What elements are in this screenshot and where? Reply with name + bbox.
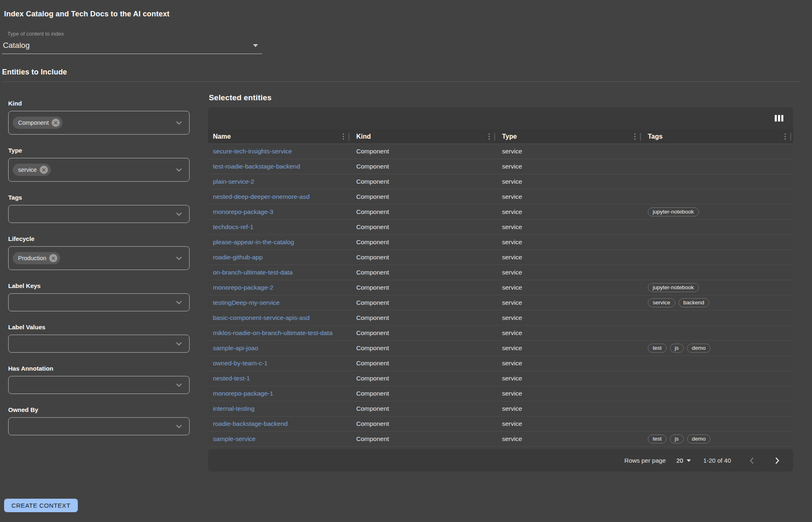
cell-kind: Component: [351, 299, 497, 306]
column-menu-icon[interactable]: [633, 133, 637, 141]
columns-icon[interactable]: [773, 113, 785, 123]
tag-chip: js: [670, 344, 684, 353]
entity-link[interactable]: owned-by-team-c-1: [213, 360, 268, 367]
cell-name: techdocs-ref-1: [208, 223, 351, 231]
cell-type: service: [497, 344, 643, 352]
entity-link[interactable]: testingDeep-my-service: [213, 299, 280, 306]
entity-link[interactable]: roadie-github-app: [213, 254, 263, 261]
cell-name: on-branch-ultimate-test-data: [208, 269, 351, 276]
table-rows: secure-tech-insights-service Component s…: [208, 144, 793, 447]
filter-label: Has Annotation: [8, 365, 190, 372]
entity-link[interactable]: nested-test-1: [213, 375, 250, 382]
remove-chip-icon[interactable]: ✕: [49, 254, 57, 262]
cell-type: service: [497, 390, 643, 397]
entity-link[interactable]: monorepo-package-1: [213, 390, 273, 397]
entity-link[interactable]: miklos-roadie-on-branch-ultimate-test-da…: [213, 329, 332, 336]
cell-tags: jupyter-notebook: [643, 283, 793, 292]
chip-label: Production: [18, 255, 46, 261]
filter-select-tags[interactable]: [8, 205, 190, 223]
chevron-down-icon: [174, 298, 183, 307]
filter-select-lifecycle[interactable]: Production ✕: [8, 246, 190, 270]
cell-name: basic-component-service-apis-asd: [208, 314, 351, 322]
cell-kind: Component: [351, 284, 497, 291]
filter-label: Label Values: [8, 324, 190, 331]
filter-group-owned-by: Owned By: [8, 406, 190, 435]
filter-select-label-keys[interactable]: [8, 293, 190, 311]
section-title: Entities to Include: [2, 68, 812, 76]
column-header-tags[interactable]: Tags: [643, 129, 793, 144]
table-row: testingDeep-my-service Component service…: [208, 295, 793, 310]
chevron-down-icon: [174, 209, 183, 218]
cell-type: service: [497, 420, 643, 428]
cell-kind: Component: [351, 193, 497, 200]
cell-kind: Component: [351, 314, 497, 322]
cell-kind: Component: [351, 360, 497, 367]
rows-per-page-select[interactable]: 20: [676, 457, 691, 464]
filter-group-lifecycle: Lifecycle Production ✕: [8, 235, 190, 270]
filter-group-kind: Kind Component ✕: [8, 100, 190, 135]
table-header-row: Name Kind Type Tags: [208, 129, 793, 144]
table-row: monorepo-package-2 Component service jup…: [208, 280, 793, 295]
create-context-button[interactable]: CREATE CONTEXT: [4, 499, 78, 512]
cell-name: plain-service-2: [208, 178, 351, 185]
entity-link[interactable]: on-branch-ultimate-test-data: [213, 269, 293, 276]
entity-link[interactable]: techdocs-ref-1: [213, 223, 253, 230]
column-header-name[interactable]: Name: [208, 129, 351, 144]
cell-type: service: [497, 223, 643, 231]
remove-chip-icon[interactable]: ✕: [40, 166, 48, 174]
entity-link[interactable]: basic-component-service-apis-asd: [213, 314, 310, 321]
cell-type: service: [497, 148, 643, 155]
entity-link[interactable]: monorepo-package-2: [213, 284, 273, 291]
filter-label: Lifecycle: [8, 235, 190, 242]
filter-select-owned-by[interactable]: [8, 417, 190, 435]
cell-name: test-roadie-backstage-backend: [208, 163, 351, 170]
chevron-left-icon[interactable]: [747, 456, 756, 465]
cell-kind: Component: [351, 178, 497, 185]
cell-type: service: [497, 405, 643, 412]
cell-type: service: [497, 208, 643, 216]
filter-select-has-annotation[interactable]: [8, 376, 190, 394]
entity-link[interactable]: plain-service-2: [213, 178, 254, 185]
cell-name: monorepo-package-2: [208, 284, 351, 291]
content-type-field: Type of content to index Catalog: [2, 31, 262, 54]
content-type-select[interactable]: Catalog: [2, 40, 262, 54]
tag-chip: test: [648, 344, 667, 353]
column-header-type[interactable]: Type: [497, 129, 643, 144]
filter-select-label-values[interactable]: [8, 335, 190, 353]
column-header-kind[interactable]: Kind: [351, 129, 497, 144]
chevron-right-icon[interactable]: [773, 456, 782, 465]
filter-group-label-values: Label Values: [8, 324, 190, 353]
cell-tags: testjsdemo: [643, 434, 793, 444]
column-menu-icon[interactable]: [488, 133, 491, 141]
cell-tags: jupyter-notebook: [643, 207, 793, 217]
entity-link[interactable]: test-roadie-backstage-backend: [213, 163, 300, 170]
cell-name: secure-tech-insights-service: [208, 148, 351, 155]
entity-link[interactable]: please-appear-in-the-catalog: [213, 239, 294, 245]
selected-value-chip: Production ✕: [13, 252, 60, 264]
selected-entities-title: Selected entities: [209, 93, 793, 102]
cell-type: service: [497, 329, 643, 337]
table-row: roadie-github-app Component service: [208, 250, 793, 265]
cell-type: service: [497, 178, 643, 185]
tag-chip: demo: [687, 344, 711, 353]
column-menu-icon[interactable]: [784, 133, 787, 141]
entity-link[interactable]: roadie-backstage-backend: [213, 420, 288, 427]
table-row: test-roadie-backstage-backend Component …: [208, 159, 793, 174]
table-row: internal-testing Component service: [208, 401, 793, 416]
entity-link[interactable]: nested-deep-deeper-onemore-asd: [213, 193, 310, 200]
table-row: secure-tech-insights-service Component s…: [208, 144, 793, 159]
remove-chip-icon[interactable]: ✕: [52, 119, 60, 127]
entity-link[interactable]: sample-service: [213, 435, 256, 442]
table-row: nested-deep-deeper-onemore-asd Component…: [208, 189, 793, 205]
column-menu-icon[interactable]: [342, 133, 345, 141]
filter-select-type[interactable]: service ✕: [8, 158, 190, 182]
entity-link[interactable]: monorepo-package-3: [213, 208, 273, 215]
tag-chip: demo: [687, 434, 711, 444]
filter-select-kind[interactable]: Component ✕: [8, 111, 190, 135]
entity-link[interactable]: internal-testing: [213, 405, 255, 412]
entity-link[interactable]: sample-api-joao: [213, 344, 258, 351]
cell-kind: Component: [351, 344, 497, 352]
table-row: basic-component-service-apis-asd Compone…: [208, 310, 793, 326]
entity-link[interactable]: secure-tech-insights-service: [213, 148, 292, 155]
cell-type: service: [497, 269, 643, 276]
